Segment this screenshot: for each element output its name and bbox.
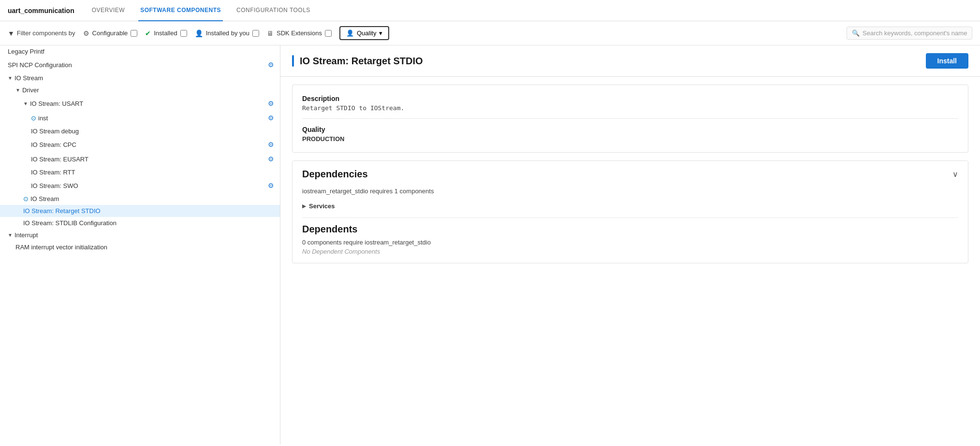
detail-panel: IO Stream: Retarget STDIO Install Descri…: [280, 45, 980, 445]
tree-item-io-stream-swo[interactable]: IO Stream: SWO ⚙: [0, 178, 280, 193]
installed-by-you-icon: 👤: [195, 29, 203, 37]
filter-label-text: Filter components by: [17, 29, 75, 37]
app-title: uart_communication: [8, 7, 74, 14]
dependencies-body: iostream_retarget_stdio requires 1 compo…: [293, 187, 968, 263]
gear-icon[interactable]: ⚙: [266, 99, 276, 108]
tree-item-label: Legacy Printf: [8, 48, 276, 55]
tree-item-ram-interrupt[interactable]: RAM interrupt vector initialization: [0, 241, 280, 253]
filter-icon: ▼: [8, 29, 15, 37]
tree-item-io-stream-group[interactable]: ▼ IO Stream: [0, 72, 280, 84]
arrow-icon: ▼: [8, 232, 13, 238]
gear-icon[interactable]: ⚙: [266, 154, 276, 164]
dependents-title: Dependents: [302, 224, 958, 235]
installed-by-you-label: Installed by you: [206, 29, 249, 37]
dependencies-header[interactable]: Dependencies ∨: [293, 161, 968, 187]
quality-row: Quality PRODUCTION: [302, 126, 958, 143]
sdk-extensions-checkbox[interactable]: [325, 30, 332, 37]
detail-title: IO Stream: Retarget STDIO: [300, 56, 423, 67]
filter-label: ▼ Filter components by: [8, 29, 75, 37]
dependents-none: No Dependent Components: [302, 248, 958, 255]
installed-by-you-checkbox[interactable]: [252, 30, 259, 37]
tree-item-io-stream-debug[interactable]: IO Stream debug: [0, 125, 280, 137]
tree-item-io-stream-usart-group[interactable]: ▼ IO Stream: USART ⚙: [0, 96, 280, 111]
detail-header-left: IO Stream: Retarget STDIO: [292, 55, 423, 67]
main-layout: Legacy Printf SPI NCP Configuration ⚙ ▼ …: [0, 45, 980, 445]
services-arrow-icon: ▶: [302, 203, 306, 209]
tab-overview[interactable]: OVERVIEW: [90, 0, 127, 21]
tree-item-driver-group[interactable]: ▼ Driver: [0, 84, 280, 96]
filter-installed: ✔ Installed: [145, 29, 187, 37]
tree-item-io-stream-check[interactable]: ⊙ IO Stream: [0, 193, 280, 205]
description-label: Description: [302, 95, 958, 102]
search-box: 🔍: [847, 27, 972, 40]
installed-checkbox[interactable]: [180, 30, 187, 37]
filter-bar: ▼ Filter components by ⚙ Configurable ✔ …: [0, 21, 980, 45]
top-nav: uart_communication OVERVIEW SOFTWARE COM…: [0, 0, 980, 21]
info-card: Description Retarget STDIO to IOStream. …: [292, 85, 968, 153]
tab-configuration-tools[interactable]: CONFIGURATION TOOLS: [234, 0, 312, 21]
tree-item-label: IO Stream: [15, 74, 276, 82]
arrow-icon: ▼: [15, 87, 20, 93]
detail-content: Description Retarget STDIO to IOStream. …: [280, 85, 980, 283]
install-button[interactable]: Install: [926, 53, 968, 69]
configurable-icon: ⚙: [83, 29, 89, 37]
tree-item-label: IO Stream: STDLIB Configuration: [23, 219, 276, 227]
quality-button[interactable]: 👤 Quality ▾: [339, 26, 389, 40]
tree-item-label: IO Stream: USART: [30, 100, 266, 107]
tree-item-io-stream-stdlib-config[interactable]: IO Stream: STDLIB Configuration: [0, 217, 280, 229]
description-row: Description Retarget STDIO to IOStream.: [302, 95, 958, 112]
tree-item-label: IO Stream: RTT: [31, 169, 276, 176]
tree-item-label: IO Stream: SWO: [31, 182, 266, 189]
tree-item-io-stream-cpc[interactable]: IO Stream: CPC ⚙: [0, 137, 280, 152]
quality-label: Quality: [302, 126, 958, 133]
dependents-desc: 0 components require iostream_retarget_s…: [302, 239, 958, 246]
info-divider: [302, 118, 958, 119]
tree-item-spi-ncp-config[interactable]: SPI NCP Configuration ⚙: [0, 58, 280, 72]
quality-user-icon: 👤: [346, 29, 354, 37]
tree-item-io-stream-eusart[interactable]: IO Stream: EUSART ⚙: [0, 152, 280, 166]
arrow-icon: ▼: [8, 75, 13, 81]
installed-icon: ✔: [145, 29, 151, 37]
filter-sdk-extensions: 🖥 SDK Extensions: [267, 29, 332, 37]
dependencies-section: Dependencies ∨ iostream_retarget_stdio r…: [292, 160, 968, 263]
tree-item-label: IO Stream: CPC: [31, 141, 266, 148]
tree-item-label: Driver: [22, 86, 276, 94]
gear-icon[interactable]: ⚙: [266, 60, 276, 70]
filter-configurable: ⚙ Configurable: [83, 29, 138, 37]
tree-item-label: SPI NCP Configuration: [8, 61, 266, 69]
dependencies-title: Dependencies: [302, 169, 368, 180]
dependencies-desc: iostream_retarget_stdio requires 1 compo…: [302, 187, 958, 195]
gear-icon[interactable]: ⚙: [266, 113, 276, 123]
tree-item-legacy-printf[interactable]: Legacy Printf: [0, 45, 280, 58]
configurable-checkbox[interactable]: [131, 30, 137, 37]
chevron-down-icon: ∨: [952, 170, 958, 179]
tree-item-inst[interactable]: ⊙ inst ⚙: [0, 111, 280, 125]
tree-item-io-stream-rtt[interactable]: IO Stream: RTT: [0, 166, 280, 178]
tab-software-components[interactable]: SOFTWARE COMPONENTS: [138, 0, 223, 21]
quality-btn-label: Quality: [357, 29, 376, 37]
tree-item-label: IO Stream: Retarget STDIO: [23, 207, 276, 215]
tree-item-label: Interrupt: [15, 231, 276, 239]
filter-installed-by-you: 👤 Installed by you: [195, 29, 259, 37]
deps-divider: [302, 217, 958, 218]
tree-item-label: inst: [38, 115, 266, 122]
tree-item-io-stream-retarget-stdio[interactable]: IO Stream: Retarget STDIO: [0, 205, 280, 217]
gear-icon[interactable]: ⚙: [266, 140, 276, 149]
tree-item-label: IO Stream: EUSART: [31, 156, 266, 163]
sdk-extensions-icon: 🖥: [267, 29, 274, 37]
services-row[interactable]: ▶ Services: [302, 201, 958, 212]
sidebar: Legacy Printf SPI NCP Configuration ⚙ ▼ …: [0, 45, 280, 445]
tree-item-label: IO Stream debug: [31, 128, 276, 135]
gear-icon[interactable]: ⚙: [266, 181, 276, 190]
description-value: Retarget STDIO to IOStream.: [302, 104, 958, 112]
arrow-icon: ▼: [23, 101, 28, 106]
search-icon: 🔍: [852, 29, 860, 37]
detail-title-bar: [292, 55, 294, 67]
tree-item-label: RAM interrupt vector initialization: [15, 244, 276, 251]
quality-dropdown-icon: ▾: [379, 29, 382, 37]
tree-item-label: IO Stream: [30, 195, 276, 202]
quality-value: PRODUCTION: [302, 135, 958, 143]
tree-item-interrupt-group[interactable]: ▼ Interrupt: [0, 229, 280, 241]
sdk-extensions-label: SDK Extensions: [277, 29, 322, 37]
search-input[interactable]: [863, 29, 967, 37]
